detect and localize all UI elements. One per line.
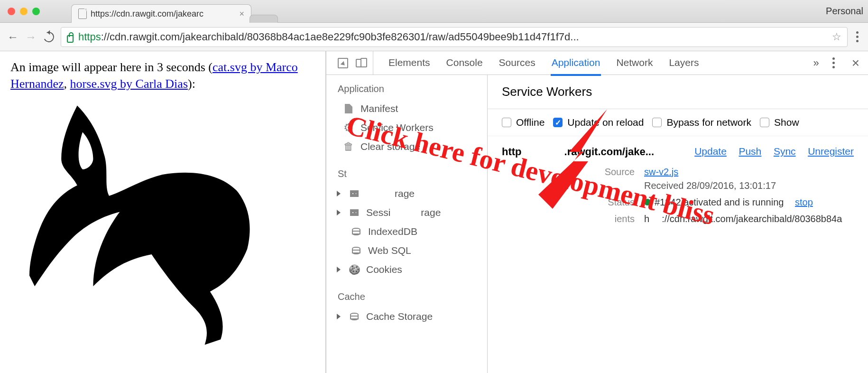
page-text-sep: , [64,77,70,91]
page-content: An image will appear here in 3 seconds (… [0,51,325,373]
sidebar-item-manifest[interactable]: Manifest [326,99,487,118]
minimize-window-button[interactable] [20,8,28,15]
link-horse-svg[interactable]: horse.svg by Carla Dias [70,77,188,91]
browser-menu-button[interactable] [853,31,861,42]
devtools-panel: Elements Console Sources Application Net… [325,51,868,373]
url-rest: ://cdn.rawgit.com/jakearchibald/80368b84… [101,31,579,43]
expand-icon [337,267,341,272]
sw-source-link[interactable]: sw-v2.js [644,167,678,177]
devtools-menu-icon[interactable] [830,57,838,68]
page-text-prefix: An image will appear here in 3 seconds ( [10,60,212,74]
sidebar-item-service-workers[interactable]: Service Workers [326,118,487,137]
tab-sources[interactable]: Sources [498,51,536,75]
database-icon [352,247,360,254]
back-button[interactable]: ← [7,31,19,43]
expand-icon [337,191,341,196]
devtools-header: Elements Console Sources Application Net… [326,51,868,75]
database-icon [350,313,359,320]
sidebar-section-storage: St [326,164,487,184]
more-tabs-icon[interactable]: » [813,57,819,69]
address-bar[interactable]: https://cdn.rawgit.com/jakearchibald/803… [61,27,848,47]
tab-layers[interactable]: Layers [668,51,700,75]
panel-title: Service Workers [488,75,868,109]
sidebar-item-indexeddb[interactable]: IndexedDB [326,222,487,241]
database-icon [352,228,360,235]
label-source: Source [582,167,635,177]
application-main: Service Workers Offline Update on reload… [488,75,868,373]
checkbox-show[interactable]: Show [760,117,799,128]
expand-icon [337,210,341,215]
checkbox-update-on-reload[interactable]: Update on reload [553,117,644,128]
lock-icon [67,31,74,43]
tab-network[interactable]: Network [615,51,654,75]
inspect-element-icon[interactable] [338,58,348,68]
manifest-icon [345,104,352,113]
new-tab-button[interactable] [249,15,278,23]
sidebar-section-application: Application [326,79,487,99]
storage-icon [350,190,359,197]
close-tab-button[interactable]: × [239,9,244,19]
tab-console[interactable]: Console [445,51,484,75]
sw-stop-link[interactable]: stop [795,197,813,207]
trash-icon [343,141,354,152]
checkbox-bypass-for-network[interactable]: Bypass for network [652,117,751,128]
tab-elements[interactable]: Elements [388,51,431,75]
sw-client-url: h://cdn.rawgit.com/jakearchibald/80368b8… [644,214,854,224]
gear-icon [343,122,354,133]
sidebar-item-clear-storage[interactable]: Clear storage [326,137,487,156]
sw-action-push[interactable]: Push [739,146,761,157]
sw-action-update[interactable]: Update [694,146,727,157]
device-toolbar-icon[interactable] [356,59,366,67]
close-window-button[interactable] [8,8,15,15]
sidebar-section-cache: Cache [326,287,487,307]
forward-button[interactable]: → [25,31,37,43]
profile-label[interactable]: Personal [826,6,863,17]
sidebar-item-websql[interactable]: Web SQL [326,241,487,260]
page-text-suffix: ): [188,77,195,91]
browser-tab[interactable]: https://cdn.rawgit.com/jakearc × [71,4,251,23]
tab-application[interactable]: Application [551,51,601,76]
sw-action-unregister[interactable]: Unregister [808,146,854,157]
horse-image [10,95,314,361]
sw-actions: Update Push Sync Unregister [685,146,854,158]
browser-toolbar: ← → https://cdn.rawgit.com/jakearchibald… [0,23,868,51]
sidebar-item-session-storage[interactable]: Sessirage [326,203,487,222]
status-dot-icon [644,199,651,205]
sidebar-item-storage-1[interactable]: rage [326,184,487,203]
expand-icon [337,314,341,319]
url-scheme: https [78,31,101,43]
window-titlebar: https://cdn.rawgit.com/jakearc × Persona… [0,0,868,23]
sw-scope-url: http.rawgit.com/jake... [502,146,675,158]
sidebar-item-cookies[interactable]: Cookies [326,260,487,279]
checkbox-offline[interactable]: Offline [502,117,545,128]
sidebar-item-cache-storage[interactable]: Cache Storage [326,307,487,326]
tab-title: https://cdn.rawgit.com/jakearc [91,9,203,19]
cookie-icon [349,264,360,275]
reload-button[interactable] [43,31,55,43]
sw-received: Received 28/09/2016, 13:01:17 [644,180,854,191]
sw-action-sync[interactable]: Sync [774,146,796,157]
label-status: Status [582,197,635,208]
application-sidebar: Application Manifest Service Workers Cle… [326,75,488,373]
fullscreen-window-button[interactable] [32,8,40,15]
storage-icon [350,209,359,216]
label-clients: ients [582,214,635,224]
devtools-tabs: Elements Console Sources Application Net… [377,51,710,75]
file-icon [78,9,87,19]
traffic-lights [8,8,40,15]
sw-status-text: #1842 activated and is running [655,197,784,207]
bookmark-star-icon[interactable]: ☆ [832,31,841,43]
close-devtools-button[interactable]: × [848,56,863,71]
